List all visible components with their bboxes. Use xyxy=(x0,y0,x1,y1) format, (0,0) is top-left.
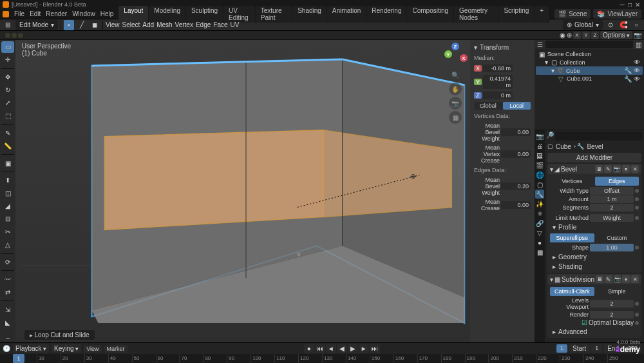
proportional-icon[interactable]: ○ xyxy=(631,20,641,30)
prop-texture-icon[interactable]: ▦ xyxy=(535,248,544,257)
tool-smooth[interactable]: 〰 xyxy=(1,273,14,285)
chevron-down-icon[interactable]: ▾ xyxy=(550,276,553,283)
select-vertex-button[interactable]: ▪ xyxy=(64,20,74,30)
timeline-ruler[interactable]: 0102030405060708090100110120130140150160… xyxy=(0,354,644,363)
display-render-icon[interactable]: 📷 xyxy=(614,275,621,283)
npanel-header[interactable]: ▾ Transform xyxy=(471,43,533,52)
wrench-icon[interactable]: 🔧 xyxy=(625,75,631,82)
menu-view[interactable]: View xyxy=(106,21,120,28)
mc-value[interactable]: 0.00 xyxy=(501,201,531,209)
view-menu[interactable]: View xyxy=(84,345,101,353)
pivot-icon[interactable]: ⊙ xyxy=(605,20,616,30)
shading-section[interactable]: ▸ Shading xyxy=(550,262,639,271)
prop-scene-icon[interactable]: 🎬 xyxy=(535,161,544,170)
mode-select[interactable]: Edit Mode▾ xyxy=(15,20,58,30)
amount-input[interactable]: 1 m xyxy=(590,195,634,203)
current-frame[interactable]: 1 xyxy=(556,344,567,353)
local-button[interactable]: Local xyxy=(503,102,531,110)
widthtype-select[interactable]: Offset xyxy=(590,187,634,195)
prop-viewlayer-icon[interactable]: 🖼 xyxy=(535,151,544,160)
overlay-icon[interactable]: ◉ xyxy=(560,32,565,39)
prop-material-icon[interactable]: ● xyxy=(535,238,544,247)
x-value[interactable]: -0.68 m xyxy=(483,64,513,72)
jump-start-icon[interactable]: ⏮ xyxy=(315,344,325,353)
catmull-button[interactable]: Catmull-Clark xyxy=(550,287,594,296)
menu-select[interactable]: Select xyxy=(122,21,140,28)
collection-item[interactable]: ▾▢Collection👁 xyxy=(536,58,643,66)
cube-item[interactable]: ▾▽Cube🔧👁 xyxy=(536,66,643,75)
menu-vertex[interactable]: Vertex xyxy=(175,21,193,28)
display-render-icon[interactable]: 📷 xyxy=(613,165,621,173)
menu-help[interactable]: Help xyxy=(100,10,114,17)
menu-file[interactable]: File xyxy=(14,10,24,17)
tool-loopcut[interactable]: ⊟ xyxy=(1,213,14,225)
tool-transform[interactable]: ⬚ xyxy=(1,110,14,122)
anim-dot-icon[interactable] xyxy=(635,216,639,220)
display-viewport-icon[interactable]: 🖥 xyxy=(595,165,603,173)
menu-edge[interactable]: Edge xyxy=(196,21,211,28)
wrench-icon[interactable]: 🔧 xyxy=(625,68,631,74)
menu-mesh[interactable]: Mesh xyxy=(156,21,172,28)
tool-shrink[interactable]: ⇲ xyxy=(1,304,14,315)
autokey-icon[interactable]: ● xyxy=(304,344,314,353)
select-edge-button[interactable]: ╱ xyxy=(77,20,87,30)
prop-object-icon[interactable]: ▢ xyxy=(535,180,544,189)
prop-output-icon[interactable]: 🖨 xyxy=(535,141,544,150)
maximize-button[interactable]: □ xyxy=(626,1,634,8)
prev-key-icon[interactable]: ◄ xyxy=(326,344,336,353)
tab-modeling[interactable]: Modeling xyxy=(149,6,185,23)
levels-viewport-input[interactable]: 2 xyxy=(590,300,634,308)
check-icon[interactable]: ☑ xyxy=(582,319,587,326)
tool-cursor[interactable]: ✛ xyxy=(1,54,14,66)
viewlayer-select[interactable]: 📚ViewLayer xyxy=(593,9,641,19)
tab-texpaint[interactable]: Texture Paint xyxy=(256,6,292,23)
options-button[interactable]: Options ▾ xyxy=(600,31,632,39)
limit-select[interactable]: Weight xyxy=(590,214,634,222)
menu-edit[interactable]: Edit xyxy=(30,10,41,17)
display-viewport-icon[interactable]: 🖥 xyxy=(596,275,603,283)
minimize-button[interactable]: ─ xyxy=(618,1,626,8)
profile-section[interactable]: ▾ Profile xyxy=(550,222,639,232)
close-button[interactable]: ✕ xyxy=(634,1,641,8)
mbw-value[interactable]: 0.00 xyxy=(501,128,531,136)
persp-button[interactable]: ▦ xyxy=(449,111,462,124)
filter-icon[interactable]: ▥ xyxy=(636,41,641,48)
camera-button[interactable]: 📷 xyxy=(449,97,462,110)
y-value[interactable]: 0.41974 m xyxy=(483,75,513,89)
anim-dot-icon[interactable] xyxy=(635,246,639,250)
menu-face[interactable]: Face xyxy=(213,21,227,28)
tool-polybuild[interactable]: △ xyxy=(1,239,14,251)
scene-select[interactable]: 🎬Scene xyxy=(554,9,591,19)
tool-bevel[interactable]: ◢ xyxy=(1,201,14,212)
anim-dot-icon[interactable] xyxy=(635,302,639,306)
axis-y-icon[interactable]: Y xyxy=(444,50,452,58)
display-edit-icon[interactable]: ✎ xyxy=(605,275,612,283)
keying-menu[interactable]: Keying ▾ xyxy=(52,344,81,353)
tab-rendering[interactable]: Rendering xyxy=(366,6,406,23)
tab-add[interactable]: + xyxy=(535,6,549,23)
geometry-section[interactable]: ▸ Geometry xyxy=(550,252,639,262)
prop-mesh-icon[interactable]: ▽ xyxy=(535,228,544,237)
outliner-search[interactable] xyxy=(545,41,633,48)
z-value[interactable]: 0 m xyxy=(483,92,513,99)
cube001-item[interactable]: ▽Cube.001🔧👁 xyxy=(536,75,643,83)
superellipse-button[interactable]: Superellipse xyxy=(550,233,594,242)
z-toggle[interactable]: Z xyxy=(591,32,599,39)
prop-modifier-icon[interactable]: 🔧 xyxy=(535,190,544,199)
timeline-editor-icon[interactable]: 🕐 xyxy=(3,345,10,352)
snap-icon[interactable]: 🧲 xyxy=(618,20,629,30)
simple-button[interactable]: Simple xyxy=(595,287,639,296)
camera-view-icon[interactable]: 📷 xyxy=(634,32,641,39)
next-key-icon[interactable]: ► xyxy=(359,344,369,353)
visible-icon[interactable]: 👁 xyxy=(634,68,640,74)
display-edit-icon[interactable]: ✎ xyxy=(604,165,612,173)
anim-dot-icon[interactable] xyxy=(635,206,639,210)
bevel-edges-button[interactable]: Edges xyxy=(595,177,639,186)
scene-collection-item[interactable]: ▣Scene Collection xyxy=(536,50,643,58)
prop-render-icon[interactable]: 📷 xyxy=(535,132,544,141)
tab-sculpting[interactable]: Sculpting xyxy=(186,6,223,23)
prop-particle-icon[interactable]: ✨ xyxy=(535,199,544,208)
gizmo-icon[interactable]: ⊕ xyxy=(567,32,572,39)
anim-dot-icon[interactable] xyxy=(635,313,639,317)
tab-layout[interactable]: Layout xyxy=(118,6,148,23)
